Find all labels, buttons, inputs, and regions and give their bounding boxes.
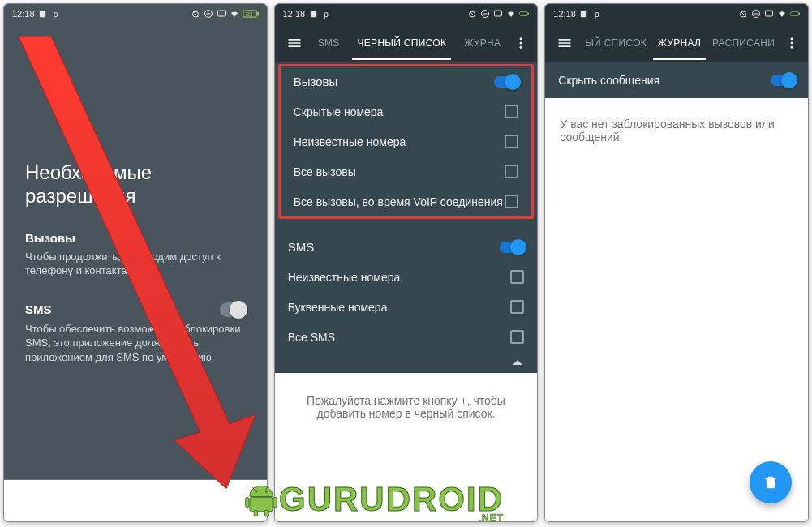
phone-blacklist-settings: 12:18 ρ SMS ЧЕРНЫЙ СПИСОК ЖУРНА	[274, 3, 539, 522]
calls-section: Вызовы	[281, 66, 532, 96]
row-voip-calls[interactable]: Все вызовы, во время VoIP соединения	[281, 186, 532, 216]
menu-button[interactable]	[550, 28, 579, 58]
svg-rect-5	[257, 12, 259, 15]
battery-icon: 22	[243, 10, 259, 18]
hide-messages-row: Скрыть сообщения	[545, 62, 808, 98]
wifi-icon	[230, 9, 239, 19]
alarm-off-icon	[191, 9, 200, 19]
notification-icon	[38, 9, 48, 19]
row-sms-alpha[interactable]: Буквенные номера	[275, 292, 538, 322]
cast-icon	[493, 9, 503, 19]
wifi-icon	[777, 9, 787, 19]
phone-journal: 12:18 ρ ЫЙ СПИСОК ЖУРНАЛ РАСПИСАНИ	[544, 3, 809, 522]
tab-schedule[interactable]: РАСПИСАНИ	[707, 26, 780, 60]
alarm-off-icon	[467, 9, 477, 19]
svg-rect-10	[495, 11, 502, 16]
status-time: 12:18	[283, 9, 306, 19]
svg-rect-11	[520, 12, 528, 16]
cast-icon	[764, 9, 774, 19]
calls-desc: Чтобы продолжить, необходим доступ к тел…	[25, 250, 246, 278]
svg-point-13	[520, 37, 522, 40]
continue-button[interactable]: ПРОДОЛЖИТЬ	[135, 488, 254, 514]
empty-state: У вас нет заблокированных вызовов или со…	[560, 118, 793, 144]
row-unknown-numbers[interactable]: Неизвестные номера	[281, 126, 532, 156]
checkbox-hidden-numbers[interactable]	[505, 105, 518, 118]
trash-icon	[762, 473, 780, 491]
checkbox-sms-all[interactable]	[510, 330, 524, 344]
empty-hint: Пожалуйста нажмите кнопку +, чтобы добав…	[275, 373, 538, 521]
sms-heading: SMS	[25, 302, 52, 316]
checkbox-voip-calls[interactable]	[505, 195, 518, 208]
app-bar: SMS ЧЕРНЫЙ СПИСОК ЖУРНА	[275, 24, 538, 62]
calls-toggle[interactable]	[494, 76, 518, 88]
status-bar: 12:18 ρ	[545, 4, 808, 24]
notification-icon	[308, 9, 318, 19]
status-time: 12:18	[553, 9, 576, 19]
app-bar: ЫЙ СПИСОК ЖУРНАЛ РАСПИСАНИ	[545, 24, 808, 62]
delete-fab[interactable]	[750, 461, 792, 503]
overflow-menu[interactable]	[509, 36, 532, 50]
tab-journal[interactable]: ЖУРНА	[459, 26, 505, 60]
page-title: Необходимые разрешения	[25, 161, 246, 208]
svg-point-15	[520, 46, 522, 49]
svg-rect-20	[791, 12, 799, 16]
svg-rect-0	[40, 11, 45, 16]
status-bar: 12:18 ρ	[275, 4, 538, 24]
notification-icon	[579, 9, 589, 19]
svg-rect-21	[799, 13, 800, 15]
checkbox-sms-unknown[interactable]	[510, 270, 524, 284]
close-button[interactable]: ЗАКРЫТЬ	[17, 488, 109, 514]
svg-point-14	[520, 42, 522, 45]
dialog-actions: ЗАКРЫТЬ ПРОДОЛЖИТЬ	[4, 479, 267, 521]
svg-point-24	[791, 46, 793, 49]
svg-rect-7	[311, 11, 316, 16]
svg-point-22	[791, 37, 793, 40]
status-bar: 12:18 ρ	[4, 4, 267, 24]
calls-block-highlight: Вызовы Скрытые номера Неизвестные номера…	[278, 64, 535, 219]
battery-icon	[790, 9, 800, 19]
app-icon: ρ	[592, 9, 602, 19]
tab-blacklist[interactable]: ЫЙ СПИСОК	[580, 26, 651, 60]
dnd-icon	[480, 9, 490, 19]
tab-blacklist[interactable]: ЧЕРНЫЙ СПИСОК	[352, 26, 451, 60]
row-sms-unknown[interactable]: Неизвестные номера	[275, 262, 538, 292]
row-sms-all[interactable]: Все SMS	[275, 322, 538, 352]
cast-icon	[217, 9, 226, 19]
row-hidden-numbers[interactable]: Скрытые номера	[281, 96, 532, 126]
alarm-off-icon	[738, 9, 748, 19]
svg-rect-16	[581, 11, 586, 16]
sms-section: SMS	[275, 232, 538, 262]
status-time: 12:18	[12, 9, 35, 19]
svg-point-23	[791, 42, 793, 45]
calls-heading: Вызовы	[25, 231, 246, 245]
svg-rect-3	[217, 11, 225, 16]
tab-journal[interactable]: ЖУРНАЛ	[653, 26, 707, 60]
svg-rect-12	[528, 13, 529, 15]
hide-messages-toggle[interactable]	[771, 75, 795, 86]
sms-desc: Чтобы обеспечить возможность блокировки …	[25, 322, 246, 365]
row-all-calls[interactable]: Все вызовы	[281, 156, 532, 186]
dnd-icon	[751, 9, 761, 19]
tab-sms[interactable]: SMS	[313, 26, 345, 60]
battery-icon	[519, 9, 529, 19]
checkbox-sms-alpha[interactable]	[510, 300, 524, 314]
menu-button[interactable]	[280, 28, 309, 58]
app-icon: ρ	[321, 9, 331, 19]
checkbox-unknown-numbers[interactable]	[505, 135, 518, 148]
overflow-menu[interactable]	[780, 36, 803, 50]
sms-toggle[interactable]	[500, 242, 524, 253]
sms-toggle[interactable]	[220, 302, 246, 317]
dnd-icon	[204, 9, 213, 19]
wifi-icon	[506, 9, 516, 19]
svg-rect-19	[766, 11, 773, 16]
app-icon: ρ	[51, 9, 61, 19]
collapse-icon[interactable]	[513, 360, 522, 365]
phone-permissions: 12:18 ρ	[3, 3, 268, 522]
checkbox-all-calls[interactable]	[505, 165, 518, 178]
